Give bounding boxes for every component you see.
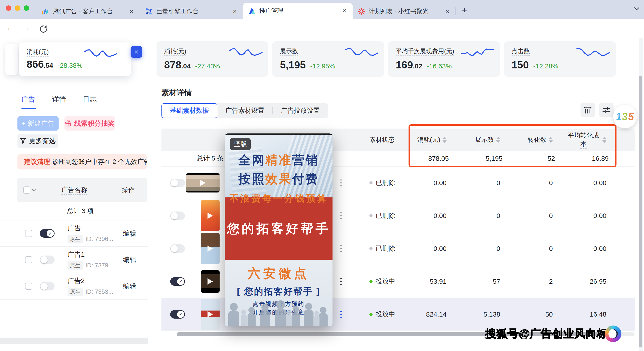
people-silhouettes bbox=[225, 298, 332, 326]
material-thumbnail[interactable] bbox=[201, 233, 220, 264]
more-actions-icon[interactable] bbox=[340, 311, 342, 318]
edit-link[interactable]: 编辑 bbox=[123, 229, 136, 238]
back-icon[interactable]: ← bbox=[6, 23, 15, 32]
135-editor-widget[interactable]: 135 bbox=[613, 105, 637, 128]
row-checkbox[interactable] bbox=[25, 282, 32, 290]
material-tab-group: 基础素材数据 广告素材设置 广告投放设置 bbox=[162, 103, 328, 118]
scrollbar-thumb[interactable] bbox=[639, 76, 642, 348]
metric-card-impressions[interactable]: 展示数 5,195 -12.95% bbox=[272, 41, 384, 77]
more-actions-icon[interactable] bbox=[340, 212, 342, 219]
tab-ad-material-settings[interactable]: 广告素材设置 bbox=[217, 103, 272, 118]
close-metric-card-button[interactable]: × bbox=[130, 46, 142, 58]
reload-icon[interactable] bbox=[38, 24, 48, 34]
alert-title: 建议清理 bbox=[24, 158, 50, 166]
metric-delta: -28.38% bbox=[58, 62, 82, 69]
more-actions-icon[interactable] bbox=[340, 179, 342, 186]
funnel-icon bbox=[20, 138, 26, 144]
metric-card-clicks[interactable]: 点击数 150 -12.28% bbox=[504, 41, 616, 77]
edit-link[interactable]: 编辑 bbox=[123, 282, 136, 291]
tab-details[interactable]: 详情 bbox=[52, 94, 66, 104]
ad-row[interactable]: 广告1 原生 ID: 7379... 编辑 bbox=[0, 247, 148, 273]
ad-enable-toggle[interactable]: ✓ bbox=[40, 229, 54, 238]
ad-row[interactable]: ✓ 广告 原生 ID: 7396... 编辑 bbox=[0, 220, 148, 247]
cell-conversions: 0 bbox=[500, 212, 553, 220]
cell-avg-cost: 16.48 bbox=[553, 310, 606, 318]
maximize-window-button[interactable] bbox=[24, 5, 29, 11]
row-checkbox[interactable] bbox=[25, 256, 32, 263]
cleanup-alert[interactable]: 建议清理 诊断到您账户中存在 2 个无效广告, bbox=[18, 154, 147, 170]
column-width-button[interactable] bbox=[580, 103, 595, 117]
cell-cost: 53.91 bbox=[416, 278, 446, 285]
tab-title: 巨量引擎工作台 bbox=[156, 8, 230, 16]
new-tab-button[interactable]: + bbox=[462, 5, 467, 16]
tab-logs[interactable]: 日志 bbox=[83, 94, 96, 104]
metric-card-cpm[interactable]: 平均千次展现费用(元) 169 .02 -16.63% bbox=[388, 41, 500, 77]
new-ad-button[interactable]: + 新建广告 bbox=[18, 116, 58, 130]
cell-avg-cost: 0.00 bbox=[553, 212, 606, 220]
band-text: 您的拓客好帮手 bbox=[227, 220, 330, 237]
active-tab-indicator bbox=[22, 108, 36, 109]
tab-basic-material-data[interactable]: 基础素材数据 bbox=[162, 103, 217, 118]
cell-impressions: 0 bbox=[446, 245, 500, 252]
material-thumbnail[interactable] bbox=[201, 200, 220, 232]
native-tag: 原生 bbox=[68, 261, 83, 270]
ad-creative-preview[interactable]: 竖版 全网精准营销 按照效果付费 不浪费每一分钱预算 您的拓客好帮手 六安微点 … bbox=[225, 134, 332, 326]
tab-list-chevron-icon[interactable] bbox=[635, 6, 640, 11]
status-text: 投放中 bbox=[376, 277, 395, 286]
select-all-checkbox[interactable] bbox=[23, 186, 30, 194]
tabs-divider bbox=[22, 109, 145, 109]
watermark: 搜狐号@广告创业风向标 bbox=[485, 326, 622, 342]
material-thumbnail[interactable] bbox=[201, 299, 220, 330]
material-thumbnail[interactable] bbox=[186, 173, 220, 192]
cell-impressions: 57 bbox=[446, 278, 500, 285]
material-toggle[interactable] bbox=[170, 212, 185, 220]
tab-close-icon[interactable]: × bbox=[443, 8, 452, 15]
more-actions-icon[interactable] bbox=[340, 245, 342, 252]
ad-id: ID: 7353... bbox=[86, 288, 113, 295]
more-filters-button[interactable]: 更多筛选 bbox=[18, 134, 58, 148]
status-text: 投放中 bbox=[376, 310, 395, 319]
tab-ad-delivery-settings[interactable]: 广告投放设置 bbox=[273, 103, 328, 118]
native-tag: 原生 bbox=[68, 235, 83, 244]
cell-cost: 0.00 bbox=[416, 212, 446, 220]
material-toggle[interactable]: ✓ bbox=[170, 277, 185, 286]
row-checkbox[interactable] bbox=[25, 230, 32, 237]
cell-avg-cost: 0.00 bbox=[553, 179, 606, 187]
play-icon bbox=[208, 246, 213, 252]
play-icon bbox=[208, 311, 213, 318]
tab-oceanengine-workbench[interactable]: 巨量引擎工作台 × bbox=[140, 4, 243, 19]
tab-tencent-ads[interactable]: 腾讯广告 - 客户工作台 × bbox=[37, 4, 140, 19]
tab-promotion-manage-active[interactable]: 推广管理 × bbox=[243, 3, 353, 19]
edit-link[interactable]: 编辑 bbox=[123, 255, 136, 264]
forward-icon[interactable]: → bbox=[22, 23, 30, 32]
native-tag: 原生 bbox=[68, 288, 83, 296]
vertical-scrollbar[interactable] bbox=[639, 38, 643, 351]
material-thumbnail[interactable] bbox=[201, 270, 220, 293]
sparkline bbox=[461, 46, 494, 58]
tab-close-icon[interactable]: × bbox=[230, 8, 239, 15]
lottery-button[interactable]: 线索积分抽奖 bbox=[64, 116, 115, 130]
status-dot bbox=[370, 214, 372, 217]
ad-row[interactable]: 广告2 原生 ID: 7353... 编辑 bbox=[0, 273, 148, 300]
material-toggle[interactable] bbox=[170, 179, 185, 187]
ad-enable-toggle[interactable] bbox=[40, 282, 54, 290]
close-window-button[interactable] bbox=[6, 5, 11, 11]
minimize-window-button[interactable] bbox=[15, 5, 20, 11]
tab-ads[interactable]: 广告 bbox=[22, 94, 35, 104]
metric-card-cost[interactable]: 消耗(元) 878 .04 -27.43% bbox=[156, 41, 268, 77]
chevron-down-icon[interactable] bbox=[32, 188, 36, 191]
ad-name: 广告 bbox=[68, 224, 113, 233]
cell-impressions: 0 bbox=[446, 212, 500, 220]
tab-close-icon[interactable]: × bbox=[127, 8, 136, 15]
play-icon bbox=[208, 278, 213, 284]
column-settings-button[interactable] bbox=[599, 103, 614, 117]
more-actions-icon[interactable] bbox=[340, 278, 342, 285]
column-width-icon bbox=[583, 106, 592, 114]
ad-enable-toggle[interactable] bbox=[40, 256, 54, 264]
material-toggle[interactable]: ✓ bbox=[170, 310, 185, 318]
header-material-status: 素材状态 bbox=[370, 136, 394, 143]
tab-close-icon[interactable]: × bbox=[340, 7, 348, 14]
tab-xiaohongshu-spotlight[interactable]: 计划列表 - 小红书聚光 × bbox=[353, 4, 456, 19]
material-toggle[interactable] bbox=[170, 244, 185, 253]
cell-conversions: 0 bbox=[500, 179, 553, 187]
